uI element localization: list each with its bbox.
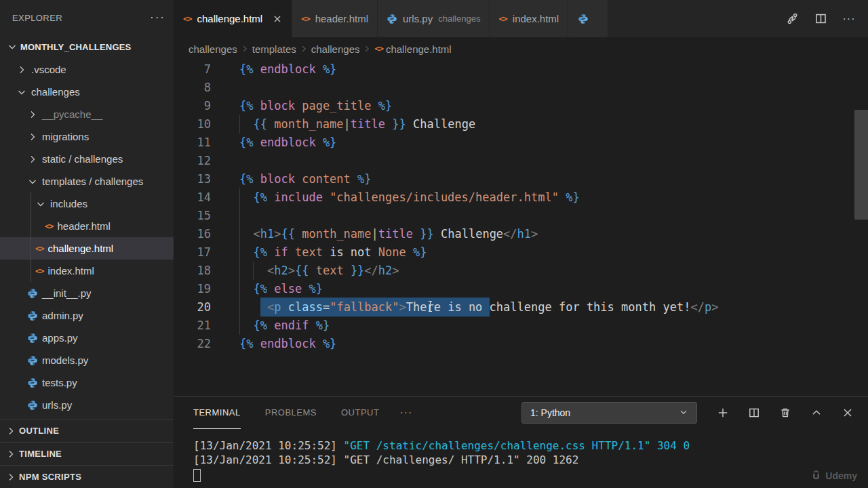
sidebar-section-npm-scripts[interactable]: NPM SCRIPTS bbox=[0, 465, 174, 488]
explorer-more-actions-icon[interactable]: ··· bbox=[150, 14, 165, 21]
code-line-13[interactable]: 13{% block content %} bbox=[174, 170, 868, 188]
shell-select-value: 1: Python bbox=[530, 407, 570, 418]
code-line-18[interactable]: 18 <h2>{{ text }}</h2> bbox=[174, 262, 868, 280]
code-line-17[interactable]: 17 {% if text is not None %} bbox=[174, 243, 868, 262]
chevron-down-icon bbox=[16, 87, 27, 98]
chevron-right-icon bbox=[5, 472, 16, 483]
code-line-11[interactable]: 11{% endblock %} bbox=[174, 134, 868, 152]
sidebar-section-outline[interactable]: OUTLINE bbox=[0, 419, 174, 442]
udemy-watermark: Udemy bbox=[810, 469, 857, 483]
more-actions-icon[interactable]: ··· bbox=[842, 12, 856, 26]
python-icon bbox=[27, 333, 38, 344]
line-number: 17 bbox=[174, 243, 211, 262]
tab-header-html[interactable]: <>header.html bbox=[292, 0, 378, 37]
line-number: 21 bbox=[174, 317, 211, 335]
code-line-10[interactable]: 10 {{ month_name|title }} Challenge bbox=[174, 115, 868, 134]
udemy-watermark-label: Udemy bbox=[825, 470, 857, 481]
kill-terminal-icon[interactable] bbox=[778, 406, 792, 420]
terminal-line-2: [13/Jan/2021 10:25:52] "GET /challenges/… bbox=[193, 453, 868, 467]
line-content: {% endif %} bbox=[239, 317, 330, 335]
tree-item-tests-py[interactable]: tests.py bbox=[0, 371, 174, 394]
tree-item-vscode[interactable]: .vscode bbox=[0, 58, 174, 81]
tree-item-apps-py[interactable]: apps.py bbox=[0, 327, 174, 349]
code-line-16[interactable]: 16 <h1>{{ month_name|title }} Challenge<… bbox=[174, 225, 868, 243]
breadcrumb-item-challenges[interactable]: challenges bbox=[311, 43, 360, 55]
explorer-header: EXPLORER ··· bbox=[0, 0, 174, 35]
tab-bar: <>challenge.html<>header.htmlurls.pychal… bbox=[174, 0, 868, 37]
python-icon bbox=[27, 355, 38, 366]
terminal-content[interactable]: [13/Jan/2021 10:25:52] "GET /static/chal… bbox=[174, 429, 868, 482]
panel-more-actions-icon[interactable]: ··· bbox=[399, 410, 412, 415]
code-line-19[interactable]: 19 {% else %} bbox=[174, 280, 868, 298]
code-line-22[interactable]: 22{% endblock %} bbox=[174, 335, 868, 353]
line-number: 22 bbox=[174, 335, 211, 353]
vscode-window: EXPLORER ··· MONTHLY_CHALLENGES .vscodec… bbox=[0, 0, 868, 488]
breadcrumb: challengestemplateschallenges<>challenge… bbox=[174, 37, 868, 60]
tree-item-label: .vscode bbox=[31, 64, 66, 75]
file-tree: .vscodechallenges__pycache__migrationsst… bbox=[0, 58, 174, 420]
tree-item-templates-challenges[interactable]: templates / challenges bbox=[0, 170, 174, 192]
tree-item-admin-py[interactable]: admin.py bbox=[0, 304, 174, 327]
tree-item-label: apps.py bbox=[42, 332, 78, 344]
tree-root-folder[interactable]: MONTHLY_CHALLENGES bbox=[0, 35, 174, 58]
breadcrumb-item-templates[interactable]: templates bbox=[252, 43, 296, 55]
python-icon bbox=[27, 378, 38, 388]
split-editor-icon[interactable] bbox=[814, 12, 827, 26]
chevron-right-icon bbox=[5, 426, 16, 436]
tree-item-label: includes bbox=[50, 198, 87, 209]
tree-item-label: templates / challenges bbox=[42, 176, 143, 187]
code-line-12[interactable]: 12 bbox=[174, 152, 868, 170]
code-line-7[interactable]: 7{% endblock %} bbox=[174, 60, 868, 79]
breadcrumb-file[interactable]: challenge.html bbox=[386, 43, 452, 55]
terminal-cursor bbox=[193, 469, 201, 482]
tree-item-models-py[interactable]: models.py bbox=[0, 349, 174, 371]
code-line-21[interactable]: 21 {% endif %} bbox=[174, 317, 868, 335]
tree-item-migrations[interactable]: migrations bbox=[0, 125, 174, 148]
code-line-20[interactable]: 20 <p class="fallback">There is no chall… bbox=[174, 298, 868, 317]
breadcrumb-sep bbox=[240, 44, 250, 54]
panel-header: TERMINALPROBLEMSOUTPUT ··· 1: Python bbox=[174, 396, 868, 429]
panel-tab-terminal[interactable]: TERMINAL bbox=[193, 396, 241, 429]
tree-item-label: __init__.py bbox=[42, 287, 92, 299]
root-folder-label: MONTHLY_CHALLENGES bbox=[20, 42, 131, 52]
tree-item-includes[interactable]: includes bbox=[0, 192, 174, 215]
code-line-14[interactable]: 14 {% include "challenges/includes/heade… bbox=[174, 188, 868, 207]
tree-item-label: models.py bbox=[42, 354, 88, 366]
tree-item-pycache[interactable]: __pycache__ bbox=[0, 103, 174, 125]
code-editor[interactable]: 7{% endblock %}89{% block page_title %}1… bbox=[174, 60, 868, 396]
code-line-8[interactable]: 8 bbox=[174, 79, 868, 97]
close-panel-icon[interactable] bbox=[841, 406, 854, 420]
tree-item-init-py[interactable]: __init__.py bbox=[0, 282, 174, 304]
tree-item-index-html[interactable]: <>index.html bbox=[0, 260, 174, 282]
tab-urls-py[interactable]: urls.pychallenges bbox=[378, 0, 490, 37]
line-number: 20 bbox=[174, 298, 211, 317]
open-changes-icon[interactable] bbox=[785, 12, 799, 26]
tree-item-challenge-html[interactable]: <>challenge.html bbox=[0, 237, 174, 260]
tree-item-header-html[interactable]: <>header.html bbox=[0, 215, 174, 237]
maximize-panel-icon[interactable] bbox=[810, 406, 823, 420]
line-content: {% if text is not None %} bbox=[239, 243, 427, 262]
terminal-shell-select[interactable]: 1: Python bbox=[521, 402, 697, 424]
tab-index-html[interactable]: <>index.html bbox=[490, 0, 568, 37]
tab-item[interactable] bbox=[568, 0, 608, 37]
line-number: 8 bbox=[174, 79, 211, 97]
sidebar-section-timeline[interactable]: TIMELINE bbox=[0, 442, 174, 465]
editor-scrollbar-thumb[interactable] bbox=[854, 110, 868, 220]
breadcrumb-item-challenges[interactable]: challenges bbox=[189, 43, 237, 55]
tree-item-challenges[interactable]: challenges bbox=[0, 81, 174, 103]
explorer-sidebar: EXPLORER ··· MONTHLY_CHALLENGES .vscodec… bbox=[0, 0, 174, 488]
tab-close-icon[interactable] bbox=[272, 14, 283, 24]
breadcrumb-sep bbox=[299, 44, 309, 54]
panel-tab-problems[interactable]: PROBLEMS bbox=[265, 396, 317, 429]
tree-item-label: static / challenges bbox=[42, 153, 123, 165]
tab-challenge-html[interactable]: <>challenge.html bbox=[174, 0, 292, 37]
code-line-9[interactable]: 9{% block page_title %} bbox=[174, 97, 868, 115]
tree-item-urls-py[interactable]: urls.py bbox=[0, 394, 174, 416]
new-terminal-icon[interactable] bbox=[716, 406, 730, 420]
code-line-15[interactable]: 15 bbox=[174, 207, 868, 225]
tab-label: urls.py bbox=[403, 13, 433, 24]
indent-guide bbox=[239, 243, 240, 262]
panel-tab-output[interactable]: OUTPUT bbox=[341, 396, 379, 429]
tree-item-static-challenges[interactable]: static / challenges bbox=[0, 148, 174, 170]
split-terminal-icon[interactable] bbox=[747, 406, 761, 420]
